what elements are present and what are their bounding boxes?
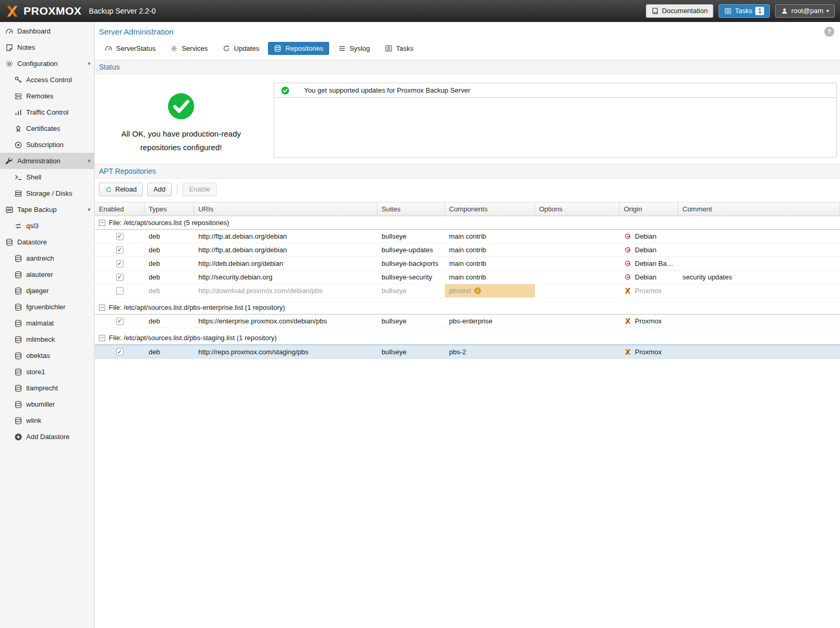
table-row[interactable]: deb http://repo.proxmox.com/staging/pbs … xyxy=(95,345,840,358)
sidebar-item-add-datastore[interactable]: Add Datastore xyxy=(0,429,94,445)
column-header-origin[interactable]: Origin xyxy=(620,203,678,216)
main-panel: Server Administration ? ServerStatus Ser… xyxy=(95,22,840,628)
sidebar-item-datastore-store1[interactable]: store1 xyxy=(0,364,94,380)
table-row[interactable]: deb http://ftp.at.debian.org/debian bull… xyxy=(95,243,840,257)
enable-button[interactable]: Enable xyxy=(183,183,216,196)
sidebar-item-dashboard[interactable]: Dashboard xyxy=(0,23,94,39)
sidebar-item-tape-backup[interactable]: Tape Backup ▾ xyxy=(0,201,94,218)
tab-repositories[interactable]: Repositories xyxy=(268,42,329,55)
sidebar-item-storage-disks[interactable]: Storage / Disks xyxy=(0,185,94,201)
sidebar-item-access-control[interactable]: Access Control xyxy=(0,72,94,88)
sidebar-item-label: aantreich xyxy=(26,254,54,262)
table-row[interactable]: deb http://ftp.at.debian.org/debian bull… xyxy=(95,230,840,243)
tab-label: Tasks xyxy=(396,44,413,52)
sidebar-item-datastore-djaeger[interactable]: djaeger xyxy=(0,283,94,299)
page-title: Server Administration xyxy=(99,27,174,36)
table-row[interactable]: deb http://deb.debian.org/debian bullsey… xyxy=(95,257,840,271)
collapse-icon[interactable] xyxy=(99,220,105,226)
origin-cell: Debian Ba… xyxy=(620,257,678,270)
tab-updates[interactable]: Updates xyxy=(217,42,265,55)
database-icon xyxy=(14,352,23,360)
group-header-pbs-staging[interactable]: File: /etc/apt/sources.list.d/pbs-stagin… xyxy=(95,331,840,345)
help-icon[interactable]: ? xyxy=(824,27,834,37)
proxmox-origin-icon xyxy=(624,348,632,356)
sidebar-item-datastore-malmalat[interactable]: malmalat xyxy=(0,315,94,331)
chevron-down-icon[interactable]: ▾ xyxy=(87,206,91,213)
tab-tasks[interactable]: Tasks xyxy=(379,42,419,55)
documentation-button[interactable]: Documentation xyxy=(646,4,713,18)
column-header-enabled[interactable]: Enabled xyxy=(95,203,144,216)
sidebar-item-administration[interactable]: Administration ▾ xyxy=(0,153,94,169)
gauge-icon xyxy=(105,44,113,52)
sidebar-item-datastore-fgruenbichler[interactable]: fgruenbichler xyxy=(0,299,94,315)
sidebar-item-notes[interactable]: Notes xyxy=(0,39,94,55)
chevron-down-icon[interactable]: ▾ xyxy=(87,60,91,67)
enabled-checkbox[interactable] xyxy=(116,287,124,295)
note-icon xyxy=(5,43,14,52)
sidebar-item-subscription[interactable]: Subscription xyxy=(0,137,94,153)
enabled-checkbox[interactable] xyxy=(116,318,124,325)
tab-syslog[interactable]: Syslog xyxy=(332,42,376,55)
options-cell xyxy=(535,257,620,270)
collapse-icon[interactable] xyxy=(99,335,105,341)
collapse-icon[interactable] xyxy=(99,305,105,311)
sidebar-item-datastore-aantreich[interactable]: aantreich xyxy=(0,250,94,266)
group-header-sources-list[interactable]: File: /etc/apt/sources.list (5 repositor… xyxy=(95,216,840,230)
database-icon xyxy=(274,44,282,52)
components-cell: pbstest xyxy=(445,284,535,297)
add-button[interactable]: Add xyxy=(147,183,172,196)
debian-swirl-icon xyxy=(624,246,632,254)
options-cell xyxy=(535,284,620,297)
repositories-table: Enabled Types URIs Suites Components Opt… xyxy=(95,202,840,628)
tape-icon xyxy=(5,206,14,214)
group-header-pbs-enterprise[interactable]: File: /etc/apt/sources.list.d/pbs-enterp… xyxy=(95,301,840,315)
column-header-options[interactable]: Options xyxy=(535,203,620,216)
enabled-cell xyxy=(95,271,144,284)
options-cell xyxy=(535,230,620,243)
enabled-checkbox[interactable] xyxy=(116,260,124,267)
sidebar-item-label: Dashboard xyxy=(17,27,51,35)
comment-cell xyxy=(678,284,840,297)
tasks-button[interactable]: Tasks 1 xyxy=(719,4,770,18)
sidebar-item-datastore[interactable]: Datastore xyxy=(0,234,94,250)
sidebar-item-shell[interactable]: Shell xyxy=(0,169,94,185)
sidebar-item-datastore-obektas[interactable]: obektas xyxy=(0,347,94,364)
sidebar-item-remotes[interactable]: Remotes xyxy=(0,88,94,104)
components-cell: main contrib xyxy=(445,271,535,284)
status-section-header: Status xyxy=(95,60,840,74)
column-header-comment[interactable]: Comment xyxy=(678,203,840,216)
sidebar-item-traffic-control[interactable]: Traffic Control xyxy=(0,104,94,120)
sidebar-item-configuration[interactable]: Configuration ▾ xyxy=(0,55,94,72)
table-row[interactable]: deb http://security.debian.org bullseye-… xyxy=(95,271,840,284)
chevron-down-icon: ▾ xyxy=(826,7,829,15)
table-row[interactable]: deb http://download.proxmox.com/debian/p… xyxy=(95,284,840,298)
column-header-types[interactable]: Types xyxy=(144,203,194,216)
enabled-checkbox[interactable] xyxy=(116,233,124,240)
sidebar-item-certificates[interactable]: Certificates xyxy=(0,120,94,137)
sidebar-item-datastore-wbumiller[interactable]: wbumiller xyxy=(0,396,94,412)
refresh-icon xyxy=(105,186,112,193)
enabled-checkbox[interactable] xyxy=(116,246,124,254)
sidebar-item-datastore-tlamprecht[interactable]: tlamprecht xyxy=(0,380,94,396)
sidebar-item-label: Tape Backup xyxy=(17,206,57,214)
sidebar-item-qsl3[interactable]: qsl3 xyxy=(0,218,94,234)
chevron-down-icon[interactable]: ▾ xyxy=(87,158,91,164)
enabled-checkbox[interactable] xyxy=(116,348,124,355)
tab-serverstatus[interactable]: ServerStatus xyxy=(99,42,161,55)
table-row[interactable]: deb https://enterprise.proxmox.com/debia… xyxy=(95,315,840,328)
column-header-suites[interactable]: Suites xyxy=(377,203,445,216)
sidebar-item-label: Access Control xyxy=(26,76,72,84)
user-menu-button[interactable]: root@pam ▾ xyxy=(775,4,835,18)
terminal-icon xyxy=(14,173,23,182)
enabled-checkbox[interactable] xyxy=(116,274,124,281)
column-header-components[interactable]: Components xyxy=(445,203,535,216)
top-bar: PROXMOX Backup Server 2.2-0 Documentatio… xyxy=(0,0,840,22)
sidebar-item-datastore-alauterer[interactable]: alauterer xyxy=(0,266,94,283)
components-cell: main contrib xyxy=(445,230,535,243)
tab-services[interactable]: Services xyxy=(164,42,214,55)
column-header-uris[interactable]: URIs xyxy=(194,203,377,216)
tab-label: Syslog xyxy=(350,44,370,52)
reload-button[interactable]: Reload xyxy=(99,183,143,196)
sidebar-item-datastore-wlink[interactable]: wlink xyxy=(0,412,94,429)
sidebar-item-datastore-mlimbeck[interactable]: mlimbeck xyxy=(0,331,94,347)
